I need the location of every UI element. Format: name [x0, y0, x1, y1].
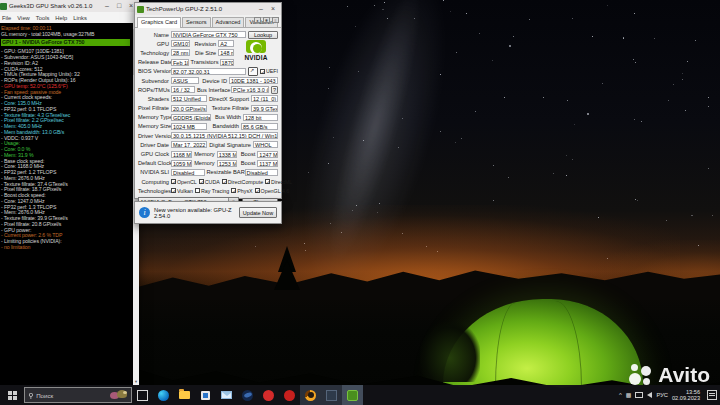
checkbox-checked-icon: ✓	[265, 179, 270, 184]
checkbox-vulkan[interactable]: ✓Vulkan	[171, 188, 193, 194]
windows-logo-icon	[8, 391, 17, 400]
store-icon	[201, 391, 210, 400]
checkbox-checked-icon: ✓	[255, 188, 260, 193]
tab-graphics-card[interactable]: Graphics Card	[137, 17, 181, 28]
update-now-button[interactable]: Update Now	[239, 207, 277, 218]
gpuz-row-technologies: Technologies✓VulkanRay Tracing✓PhysX✓Ope…	[138, 186, 278, 195]
taskbar-icon-file-explorer[interactable]	[174, 385, 195, 405]
search-highlight-bird-image[interactable]	[108, 389, 130, 400]
display-icon[interactable]	[635, 392, 643, 398]
bush-silhouette	[420, 322, 480, 382]
checkbox-opengl-4-6[interactable]: ✓OpenGL 4.6	[255, 188, 290, 194]
gpuz-titlebar[interactable]: TechPowerUp GPU-Z 2.51.0 – ×	[135, 3, 281, 15]
field-label: Driver Date	[138, 142, 169, 148]
language-indicator[interactable]: РУС	[656, 392, 668, 398]
hidden-icons-chevron-icon[interactable]: ^	[619, 391, 622, 399]
taskbar-icon-gpu-z-sensors[interactable]	[321, 385, 342, 405]
task-view-icon	[137, 390, 148, 401]
field-label: DirectX Support	[209, 96, 249, 102]
search-icon: ⚲	[28, 392, 33, 399]
checkbox-checked-icon: ✓	[222, 179, 227, 184]
maximize-icon[interactable]: □	[113, 1, 125, 11]
action-center-icon[interactable]	[707, 390, 717, 400]
info-icon: i	[139, 207, 150, 218]
tab-advanced[interactable]: Advanced	[212, 17, 245, 27]
close-icon[interactable]: ×	[267, 4, 279, 14]
gpuz-row-default-clock: Default Clock1059 MHzMemory1253 MHzBoost…	[138, 159, 278, 168]
taskbar-icon-gpu-gauge[interactable]	[300, 385, 321, 405]
checkbox-directml[interactable]: ✓DirectML	[265, 179, 292, 185]
star	[712, 215, 713, 216]
star	[553, 173, 554, 174]
field-label: Memory	[194, 160, 215, 166]
camera-icon[interactable]: ●	[254, 17, 261, 23]
taskbar-icon-app-red-1[interactable]	[258, 385, 279, 405]
taskbar-icon-task-view[interactable]	[132, 385, 153, 405]
field-value: 1024 MB	[171, 123, 207, 130]
field-label: ROPs/TMUs	[138, 87, 169, 93]
checkbox-ray-tracing[interactable]: Ray Tracing	[195, 188, 229, 194]
star	[402, 118, 403, 119]
nvidia-logo: NVIDIA	[236, 40, 276, 71]
taskbar-icon-mail[interactable]	[216, 385, 237, 405]
gpuz-update-toast: i New version available: GPU-Z 2.54.0 Up…	[134, 201, 282, 224]
start-button[interactable]	[0, 385, 24, 405]
taskbar: ⚲ Поиск ^ ▩ РУС 13:56 02.09.2023	[0, 385, 720, 405]
field-label: Bandwidth	[209, 123, 239, 129]
taskbar-icon-store[interactable]	[195, 385, 216, 405]
field-value: 1059 MHz	[171, 160, 192, 167]
checkbox-checked-icon: ✓	[171, 188, 176, 193]
menu-item-help[interactable]: Help	[52, 15, 70, 21]
gpuz-row-memory-type: Memory TypeGDDR5 (Elpida)Bus Width128 bi…	[138, 113, 278, 122]
gpu-shark-titlebar[interactable]: Geeks3D GPU Shark v0.26.1.0 – □ ×	[0, 0, 139, 12]
menu-icon[interactable]: ≡	[272, 17, 279, 23]
menu-item-view[interactable]: View	[14, 15, 32, 21]
checkbox-label: CUDA	[205, 179, 220, 185]
menu-item-tools[interactable]: Tools	[33, 15, 53, 21]
checkbox-directcompute[interactable]: ✓DirectCompute	[222, 179, 263, 185]
checkbox-opencl[interactable]: ✓OpenCL	[171, 179, 197, 185]
gpuz-row-subvendor: SubvendorASUSDevice ID10DE 1381 - 1043 8…	[138, 76, 278, 85]
field-label: GPU Clock	[138, 151, 169, 157]
field-label: Memory	[194, 151, 215, 157]
settings-icon[interactable]: ✱	[263, 17, 270, 23]
taskbar-icon-app-red-2[interactable]	[279, 385, 300, 405]
menu-item-file[interactable]: File	[0, 15, 14, 21]
field-label: Memory Type	[138, 114, 169, 120]
field-value: 128 bit	[243, 114, 278, 121]
checkbox-cuda[interactable]: ✓CUDA	[199, 179, 220, 185]
field-label: Shaders	[138, 96, 169, 102]
field-label: Die Size	[192, 50, 216, 56]
gpuz-row-shaders: Shaders512 UnifiedDirectX Support12 (11_…	[138, 94, 278, 103]
field-label: Revision	[192, 41, 216, 47]
field-label: Pixel Fillrate	[138, 105, 169, 111]
checkbox-physx[interactable]: ✓PhysX	[231, 188, 252, 194]
minimize-icon[interactable]: –	[101, 1, 113, 11]
minimize-icon[interactable]: –	[255, 4, 267, 14]
bus-interface-help-button[interactable]: ?	[271, 86, 278, 94]
taskbar-icon-gpu-z[interactable]	[342, 385, 363, 405]
volume-icon[interactable]	[647, 392, 652, 398]
field-label: Computing	[138, 179, 169, 185]
field-label: Default Clock	[138, 160, 169, 166]
tab-sensors[interactable]: Sensors	[182, 17, 211, 27]
tent-seam	[529, 301, 582, 387]
field-value: ASUS	[171, 77, 199, 84]
star	[347, 6, 348, 7]
lookup-button[interactable]: Lookup	[248, 31, 278, 39]
field-label: Release Date	[138, 59, 169, 65]
field-value: 1253 MHz	[217, 160, 238, 167]
tray-app-icon[interactable]: ▩	[626, 391, 632, 399]
taskbar-icon-app-swoosh[interactable]	[237, 385, 258, 405]
gpu-gauge-icon	[305, 390, 316, 401]
tray-date: 02.09.2023	[672, 395, 700, 402]
taskbar-clock[interactable]: 13:56 02.09.2023	[672, 389, 700, 402]
field-label: Technology	[138, 50, 169, 56]
mail-icon	[221, 391, 232, 399]
shark-stat-line: - no limitation	[1, 245, 133, 251]
menu-item-links[interactable]: Links	[70, 15, 90, 21]
checkbox-label: OpenCL	[177, 179, 197, 185]
field-value: 20.0 GPixel/s	[171, 105, 207, 112]
taskbar-icon-edge[interactable]	[153, 385, 174, 405]
search-input[interactable]: ⚲ Поиск	[24, 387, 132, 403]
